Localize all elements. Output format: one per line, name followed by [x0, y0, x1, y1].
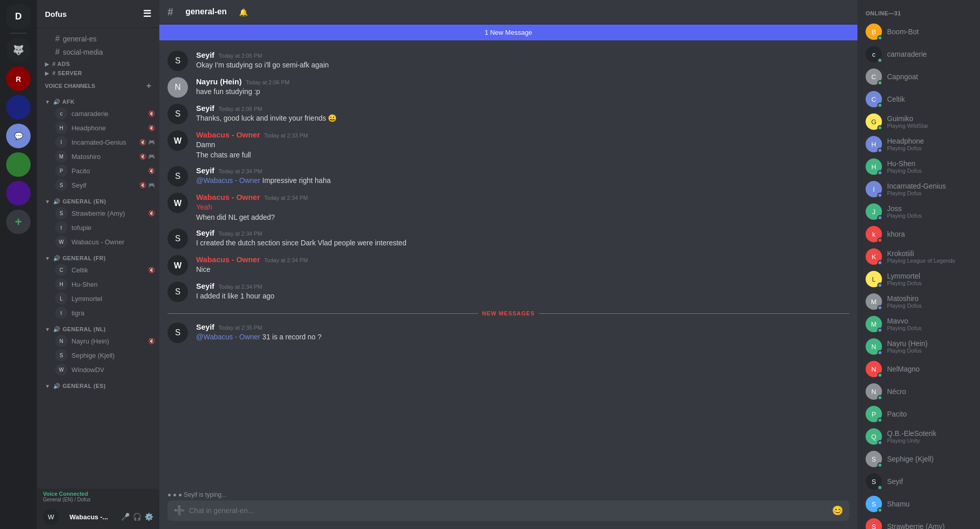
- member-info: Nécro: [887, 387, 906, 396]
- add-server-button[interactable]: +: [6, 210, 31, 234]
- member-item[interactable]: N Nécro: [862, 380, 976, 403]
- member-item[interactable]: M Matoshiro Playing Dofus: [862, 290, 976, 313]
- member-item[interactable]: N Nayru (Hein) Playing Dofus: [862, 335, 976, 358]
- server-icon-blue[interactable]: [6, 95, 31, 120]
- member-item[interactable]: C Capngoat: [862, 65, 976, 88]
- voice-member-tigra[interactable]: t tigra: [37, 306, 159, 320]
- voice-channel-general-nl[interactable]: ▼ 🔊 General (NL): [37, 324, 159, 334]
- voice-member-tofupie[interactable]: t tofupie: [37, 220, 159, 235]
- deafen-icon[interactable]: 🎧: [133, 513, 141, 521]
- server-name-header[interactable]: Dofus ☰: [37, 0, 159, 28]
- user-info: Wabacus -...: [63, 509, 117, 525]
- add-voice-icon[interactable]: +: [147, 81, 151, 90]
- voice-member-celtik[interactable]: C Celtik 🔇: [37, 263, 159, 277]
- member-item[interactable]: I Incarnated-Genius Playing Dofus: [862, 178, 976, 200]
- voice-member-lymmortel[interactable]: L Lymmortel: [37, 291, 159, 306]
- avatar-lymmortel: L: [55, 292, 67, 305]
- member-item[interactable]: H Headphone Playing Dofus: [862, 133, 976, 155]
- member-item[interactable]: G Guimiko Playing WildStar: [862, 110, 976, 133]
- member-item[interactable]: N NelMagno: [862, 358, 976, 380]
- member-item[interactable]: S Strawberrie (Amy): [862, 515, 976, 529]
- avatar: S: [168, 166, 188, 187]
- avatar: H: [866, 136, 882, 152]
- attach-icon[interactable]: ➕: [174, 505, 185, 516]
- avatar: S: [168, 51, 188, 71]
- voice-member-icons: 🔇 🎮: [139, 182, 155, 189]
- settings-icon[interactable]: ⚙️: [145, 513, 153, 521]
- member-item[interactable]: B Boom-Bot: [862, 20, 976, 43]
- member-status: Playing Dofus: [887, 213, 922, 219]
- voice-channel-general-es[interactable]: ▼ 🔊 General (ES): [37, 381, 159, 390]
- timestamp: Today at 2:34 PM: [264, 257, 308, 263]
- voice-member-icons: 🔇: [148, 125, 155, 131]
- emoji-icon[interactable]: 😊: [832, 505, 843, 516]
- voice-member-seyif[interactable]: S Seyif 🔇 🎮: [37, 178, 159, 192]
- voice-member-icons: 🔇: [148, 168, 155, 174]
- member-info: Sephige (Kjell): [887, 455, 934, 463]
- chat-input[interactable]: [189, 500, 828, 521]
- avatar: S: [866, 473, 882, 490]
- member-name: khora: [887, 230, 905, 238]
- channel-item-social-media[interactable]: # social-media: [41, 45, 155, 59]
- timestamp: Today at 2:34 PM: [264, 195, 308, 201]
- mute-icon[interactable]: 🎤: [121, 513, 130, 521]
- voice-member-camaraderie[interactable]: c camaraderie 🔇: [37, 106, 159, 121]
- status-dot: [877, 193, 882, 198]
- voice-member-nayru[interactable]: N Nayru (Hein) 🔇: [37, 334, 159, 348]
- author-row: Seyif Today at 2:34 PM: [196, 228, 407, 237]
- member-item[interactable]: c camaraderie: [862, 43, 976, 65]
- avatar: M: [866, 316, 882, 332]
- member-name: Capngoat: [887, 73, 918, 81]
- voice-member-pacito[interactable]: P Pacito 🔇: [37, 164, 159, 178]
- message-group: S Seyif Today at 2:34 PM I added it like…: [159, 280, 857, 304]
- voice-member-incarnated[interactable]: I Incarnated-Genius 🔇 🎮: [37, 135, 159, 149]
- server-icon-purple[interactable]: [6, 181, 31, 205]
- voice-member-wabacus[interactable]: W Wabacus - Owner: [37, 235, 159, 249]
- member-item[interactable]: K Krokotiili Playing League of Legends: [862, 245, 976, 268]
- voice-connected-channel: General (EN) / Dofus: [43, 497, 153, 502]
- member-item[interactable]: J Joss Playing Dofus: [862, 200, 976, 223]
- member-item[interactable]: M Mavvo Playing Dofus: [862, 313, 976, 335]
- voice-channels-title: VOICE CHANNELS: [45, 83, 95, 89]
- divider-label: NEW MESSAGES: [482, 310, 535, 316]
- voice-member-strawberrie[interactable]: S Strawberrie (Amy) 🔇: [37, 206, 159, 220]
- voice-member-windowdv[interactable]: W WindowDV: [37, 362, 159, 377]
- status-dot: [877, 170, 882, 175]
- member-info: Boom-Bot: [887, 28, 919, 36]
- channel-list: # general-es # social-media ▶ # ads ▶ # …: [37, 28, 159, 489]
- new-message-banner[interactable]: 1 New Message: [159, 25, 857, 40]
- message-group: S Seyif Today at 2:34 PM @Wabacus - Owne…: [159, 164, 857, 189]
- category-server[interactable]: ▶ # server: [37, 68, 159, 77]
- category-ads[interactable]: ▶ # ads: [37, 59, 159, 68]
- timestamp: Today at 2:06 PM: [246, 79, 290, 85]
- voice-member-hushen[interactable]: H Hu-Shen: [37, 277, 159, 291]
- member-item[interactable]: S Seyif: [862, 470, 976, 493]
- member-item[interactable]: C Celtik: [862, 88, 976, 110]
- member-item[interactable]: S Sephige (Kjell): [862, 448, 976, 470]
- member-item[interactable]: Q Q.B.-EleSoterik Playing Unity: [862, 425, 976, 448]
- voice-member-headphone[interactable]: H Headphone 🔇: [37, 121, 159, 135]
- avatar: W: [168, 193, 188, 213]
- voice-member-sephige[interactable]: S Sephige (Kjell): [37, 348, 159, 362]
- member-item[interactable]: L Lymmortel Playing Dofus: [862, 268, 976, 290]
- channel-item-general-es[interactable]: # general-es: [41, 32, 155, 45]
- member-name: Incarnated-Genius: [887, 182, 946, 190]
- voice-member-matoshiro[interactable]: M Matoshiro 🔇 🎮: [37, 149, 159, 164]
- voice-channel-afk[interactable]: ▼ 🔊 AFK: [37, 97, 159, 106]
- author-row: Seyif Today at 2:05 PM: [196, 51, 329, 59]
- member-item[interactable]: k khora: [862, 223, 976, 245]
- message-content: Seyif Today at 2:05 PM Okay I'm studying…: [196, 51, 329, 71]
- server-icon-red[interactable]: R: [6, 66, 31, 91]
- server-icon-swirl[interactable]: [6, 152, 31, 177]
- voice-channel-general-en[interactable]: ▼ 🔊 General (EN): [37, 196, 159, 206]
- voice-channel-general-fr[interactable]: ▼ 🔊 General (FR): [37, 253, 159, 263]
- message-content: Wabacus - Owner Today at 2:34 PM Nice: [196, 255, 308, 275]
- avatar: W: [168, 130, 188, 151]
- member-status: Playing Dofus: [887, 190, 946, 196]
- member-item[interactable]: H Hu-Shen Playing Dofus: [862, 155, 976, 178]
- server-icon-discord[interactable]: 💬: [6, 124, 31, 148]
- member-item[interactable]: S Shamu: [862, 493, 976, 515]
- server-icon-dofus[interactable]: D: [6, 4, 31, 29]
- server-icon-wolf[interactable]: 🐺: [6, 38, 31, 62]
- member-item[interactable]: P Pacito: [862, 403, 976, 425]
